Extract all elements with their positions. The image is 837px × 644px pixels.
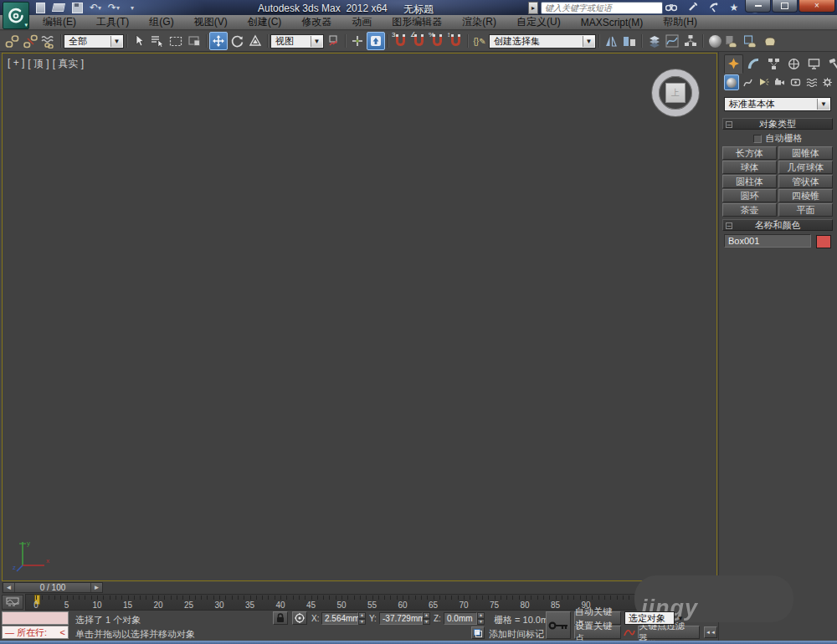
- menu-item[interactable]: 编辑(E): [33, 15, 85, 29]
- previous-frame-icon[interactable]: ◄: [3, 583, 14, 592]
- render-setup-icon[interactable]: [724, 32, 742, 50]
- layer-manager-icon[interactable]: [644, 32, 663, 50]
- primitive-button[interactable]: 几何球体: [778, 161, 833, 174]
- align-icon[interactable]: [620, 32, 639, 50]
- menu-item[interactable]: 自定义(U): [507, 15, 570, 29]
- time-slider-track[interactable]: ◄ 0 / 100 ►: [2, 582, 718, 595]
- viewport-shading-menu[interactable]: [ 真实 ]: [53, 57, 84, 71]
- object-color-swatch[interactable]: [816, 235, 831, 248]
- key-filters-button[interactable]: 关键点过滤器...: [638, 626, 700, 639]
- subtab-lights[interactable]: [756, 74, 771, 90]
- next-frame-icon[interactable]: ►: [91, 583, 102, 592]
- maxscript-macro-recorder[interactable]: [2, 611, 69, 625]
- x-spinner[interactable]: ▲▼: [358, 612, 366, 625]
- subtab-space-warps[interactable]: [804, 74, 819, 90]
- selection-filter-dropdown[interactable]: 全部 ▼: [64, 34, 124, 49]
- search-icon[interactable]: [665, 2, 678, 13]
- select-and-manipulate-icon[interactable]: [348, 32, 367, 50]
- tab-motion[interactable]: [784, 54, 804, 74]
- rollout-object-type[interactable]: – 对象类型: [722, 118, 833, 130]
- menu-item[interactable]: 图形编辑器: [383, 15, 451, 29]
- menu-item[interactable]: 帮助(H): [654, 15, 706, 29]
- redo-icon[interactable]: ↷▾: [107, 2, 121, 13]
- angle-snap-toggle-icon[interactable]: ∠: [409, 32, 428, 50]
- render-production-icon[interactable]: [761, 32, 779, 50]
- set-key-button[interactable]: 设置关键点: [574, 626, 621, 639]
- restore-button[interactable]: [772, 0, 798, 13]
- subtab-geometry[interactable]: [724, 74, 739, 90]
- open-mini-curve-editor-icon[interactable]: [2, 595, 23, 610]
- snap-toggle-3d-icon[interactable]: 3: [391, 32, 409, 50]
- save-file-icon[interactable]: [70, 2, 84, 13]
- menu-item[interactable]: 渲染(R): [453, 15, 506, 29]
- select-and-scale-icon[interactable]: [246, 32, 264, 50]
- close-button[interactable]: ×: [798, 0, 835, 13]
- menu-item[interactable]: 修改器: [292, 15, 341, 29]
- percent-snap-toggle-icon[interactable]: %: [428, 32, 446, 50]
- rendered-frame-window-icon[interactable]: [742, 32, 761, 50]
- primitive-button[interactable]: 球体: [722, 161, 777, 174]
- menu-item[interactable]: MAXScript(M): [572, 17, 653, 28]
- viewport-general-menu[interactable]: [ + ]: [8, 57, 24, 71]
- select-and-move-icon[interactable]: [209, 32, 228, 50]
- maxscript-mini-listener[interactable]: — 所在行: <: [2, 626, 69, 639]
- tab-hierarchy[interactable]: [764, 54, 783, 74]
- primitive-button[interactable]: 圆环: [722, 189, 777, 202]
- z-coordinate-field[interactable]: 0.0mm: [444, 612, 477, 625]
- viewcube-top-face[interactable]: 上: [665, 83, 686, 103]
- primitive-category-dropdown[interactable]: 标准基本体 ▼: [724, 97, 831, 111]
- menu-item[interactable]: 动画: [342, 15, 381, 29]
- named-selection-sets-dropdown[interactable]: 创建选择集 ▼: [489, 34, 596, 49]
- application-menu-button[interactable]: ▾: [3, 2, 29, 29]
- communication-center-icon[interactable]: [706, 2, 720, 13]
- open-file-icon[interactable]: [52, 2, 65, 13]
- primitive-button[interactable]: 圆锥体: [778, 146, 833, 160]
- trackbar-ruler[interactable]: 051015202530354045505560657075808590: [25, 594, 638, 611]
- primitive-button[interactable]: 茶壶: [722, 203, 777, 217]
- tab-modify[interactable]: [744, 54, 763, 74]
- add-time-tag[interactable]: 添加时间标记: [489, 628, 544, 641]
- go-to-start-icon[interactable]: ◄◄: [704, 626, 717, 638]
- select-by-name-icon[interactable]: [148, 32, 167, 50]
- window-crossing-toggle-icon[interactable]: [185, 32, 203, 50]
- set-keys-button[interactable]: [546, 611, 571, 639]
- primitive-button[interactable]: 圆柱体: [722, 175, 777, 188]
- menu-item[interactable]: 工具(T): [87, 15, 138, 29]
- reference-coordinate-dropdown[interactable]: 视图 ▼: [270, 34, 324, 49]
- time-tag-icon[interactable]: [471, 626, 485, 639]
- menu-item[interactable]: 创建(C): [239, 15, 291, 29]
- rectangular-selection-region-icon[interactable]: [167, 32, 185, 50]
- selection-lock-toggle[interactable]: [273, 611, 288, 625]
- bind-to-space-warp-icon[interactable]: [39, 32, 58, 50]
- primitive-button[interactable]: 管状体: [778, 175, 833, 188]
- primitive-button[interactable]: 平面: [778, 203, 833, 217]
- selection-set-dropdown[interactable]: 选定对象 ▼: [624, 611, 675, 625]
- use-pivot-point-center-icon[interactable]: [324, 32, 342, 50]
- qat-menu-caret-icon[interactable]: ▾: [126, 2, 139, 13]
- viewport-pov-menu[interactable]: [ 顶 ]: [28, 57, 49, 71]
- select-and-link-icon[interactable]: [3, 32, 21, 50]
- edit-named-selection-sets-icon[interactable]: {}✎: [470, 32, 489, 50]
- curve-editor-icon[interactable]: [663, 32, 681, 50]
- rollout-name-color[interactable]: – 名称和颜色: [722, 219, 833, 231]
- subtab-systems[interactable]: [819, 74, 834, 90]
- object-name-field[interactable]: Box001: [724, 234, 811, 248]
- time-slider-handle[interactable]: ◄ 0 / 100 ►: [3, 582, 103, 593]
- undo-icon[interactable]: ↶▾: [89, 2, 102, 13]
- y-spinner[interactable]: ▲▼: [423, 612, 430, 625]
- viewcube[interactable]: 上: [651, 69, 700, 117]
- select-object-icon[interactable]: [130, 32, 148, 50]
- primitive-button[interactable]: 长方体: [722, 146, 777, 160]
- unlink-selection-icon[interactable]: [21, 32, 39, 50]
- new-file-icon[interactable]: [33, 2, 47, 13]
- autogrid-checkbox[interactable]: [753, 135, 762, 143]
- y-coordinate-field[interactable]: -37.729mm: [379, 612, 423, 625]
- primitive-button[interactable]: 四棱锥: [778, 189, 833, 202]
- minimize-button[interactable]: [745, 0, 771, 13]
- absolute-mode-transform-icon[interactable]: [292, 611, 307, 625]
- z-spinner[interactable]: ▲▼: [477, 612, 485, 625]
- subtab-shapes[interactable]: [740, 74, 755, 90]
- mirror-icon[interactable]: [602, 32, 620, 50]
- material-editor-icon[interactable]: [706, 32, 724, 50]
- tab-utilities[interactable]: [824, 54, 837, 74]
